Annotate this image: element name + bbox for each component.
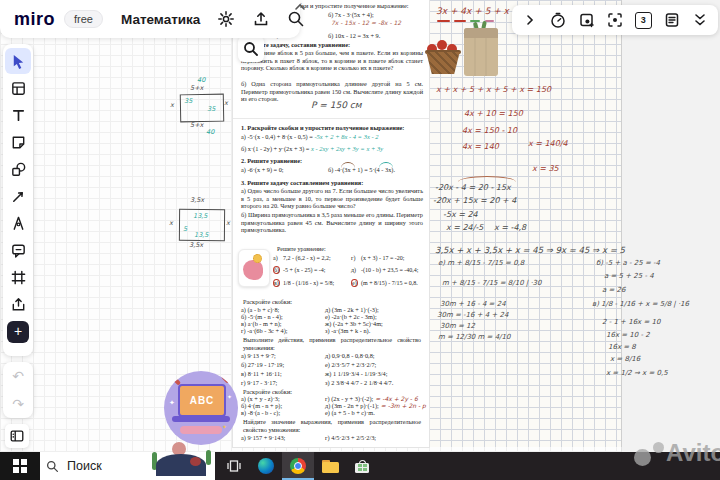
thinking-head-sticker[interactable] [238,249,270,287]
board-title[interactable]: Математика [121,12,200,27]
focus-mode-button[interactable] [602,7,628,33]
frames-button[interactable]: 3 [630,7,656,33]
zoom-search-widget[interactable] [238,36,264,62]
avito-logo-dot [634,449,651,466]
worksheet-heading: Решите уравнение: [277,246,326,252]
start-button[interactable] [0,452,40,480]
bag-flap [464,28,498,38]
file-explorer-button[interactable] [314,452,346,480]
edge-icon [258,458,274,474]
sticky-note-tool[interactable] [5,129,31,155]
store-app-button[interactable] [346,452,378,480]
worksheet-row: в)1/8 - (1/16 - x) = 5/8; е)(m + 8/15) -… [273,280,427,286]
worksheet-heading: 3. Решите задачу составлением уравнения: [241,179,363,186]
layers-panel-button[interactable] [5,424,29,448]
handwritten-equation: 3,5x + x + 3,5x + x = 45 ⇒ 9x = 45 ⇒ x =… [435,245,625,255]
sticky-note-icon [10,134,27,151]
chrome-app-button[interactable] [282,452,314,480]
handwritten-equation: -5x = 24 [443,210,478,219]
worksheet-image[interactable]: те скобки и упростите полученное выражен… [233,0,429,447]
cursor-icon [10,53,27,70]
settings-button[interactable] [213,6,239,32]
comment-tool[interactable] [5,237,31,263]
board-actions-toolbar: 3 [512,5,718,35]
handwritten-note: 3,5x [189,241,203,249]
handwritten-note: x [170,101,174,109]
handwritten-note: 35 [184,97,192,105]
worksheet-line: б) 7x - 3·(5x + 4); [328,11,374,18]
worksheet-paragraph: а) В корзине яблок в 5 раз больше, чем в… [241,49,423,72]
worksheet-row: г) -a·(6b - 3c + 4);з) -a·(3m + k - n). [241,327,427,334]
plan-badge[interactable]: free [64,10,103,28]
undo-button[interactable]: ↶ [12,369,24,383]
more-tools-button[interactable]: + [7,321,29,343]
pen-tool[interactable] [5,210,31,236]
notes-button[interactable] [659,7,685,33]
select-tool[interactable] [5,48,31,74]
abc-laptop-sticker[interactable]: ✦ ✦ ✦ ABC [164,371,238,445]
handwritten-note: = -4x + 2y - 6 [375,395,417,402]
handwritten-equation: е) m + 8/15 - 7/15 = 0,8 [438,259,524,267]
laptop-screen: ABC [178,384,226,417]
focus-icon [606,11,624,29]
edge-app-button[interactable] [250,452,282,480]
handwritten-equation: 16x = 10 - 2 [606,331,650,339]
app-header: miro free Математика [0,0,300,38]
shapes-tool[interactable] [5,156,31,182]
share-screen-button[interactable] [574,7,600,33]
templates-icon [10,80,27,97]
frames-count-badge: 3 [635,12,652,29]
worksheet-heading: Раскройте скобки: [243,298,292,305]
miro-logo[interactable]: miro [14,9,55,30]
task-view-button[interactable] [218,452,250,480]
chevron-right-icon [525,14,535,26]
templates-tool[interactable] [5,75,31,101]
double-chevron-down-icon [694,13,706,27]
worksheet-heading: 1. Раскройте скобки и упростите полученн… [241,124,404,131]
notes-icon [663,11,681,29]
apple-basket-image[interactable] [423,38,463,76]
worksheet-line: б) -4·(3x + 1) = 5·(4 - 3x). [328,166,395,173]
worksheet-line: б) x·(1 - 2y) + y·(2x + 3) = x - 2xy + 2… [241,145,383,152]
handwritten-equation: 30m + 16 - 4 = 24 [440,300,506,308]
handwritten-equation: 2 - 1 + 16x = 10 [602,318,660,326]
frame-icon [10,269,27,286]
handwritten-equation: 4x + 10 = 150 [464,109,523,118]
comment-icon [10,242,27,259]
handwritten-equation: 4x = 140 [462,142,499,151]
pencil-case [180,426,222,434]
canvas-empty-area[interactable] [621,0,720,452]
basket-body [423,52,463,74]
upload-tool[interactable] [5,291,31,317]
text-tool[interactable] [5,102,31,128]
timer-button[interactable] [545,7,571,33]
handwritten-equation: 30m = 12 [440,322,475,330]
handwritten-note: 40 [206,128,214,136]
frame-tool[interactable] [5,264,31,290]
worksheet-paragraph: б) Ширина прямоугольника в 3,5 раза мень… [241,211,423,234]
worksheet-heading: 2. Решите уравнение: [241,157,302,164]
collapse-header-button[interactable] [292,0,308,13]
export-button[interactable] [248,6,274,32]
handwritten-note: = -3m + 2n - p [381,402,426,409]
layers-panel-icon [9,428,25,444]
handwritten-equation: -20x + 15x = 20 + 4 [433,196,516,205]
handwritten-note: 3,5x [190,196,204,204]
gear-icon [253,254,262,263]
connector-tool[interactable] [5,183,31,209]
handwritten-equation: 30m = -16 + 4 + 24 [437,311,508,319]
head-profile-icon [243,260,263,280]
expand-toolbar-button[interactable] [517,7,543,33]
apple-icon [437,40,447,50]
task-view-icon [226,459,242,473]
screen-share-icon [578,11,596,29]
redo-button[interactable]: ↷ [12,397,24,411]
handwritten-equation: a = 5 + 25 - 4 [604,272,654,280]
person-illustration [146,442,218,480]
chevron-up-icon [294,3,306,11]
handwritten-equation: x + x + 5 + x + 5 + x = 150 [436,85,551,94]
collapse-toolbar-button[interactable] [687,7,713,33]
paper-bag-image[interactable] [464,28,498,76]
screen: те скобки и упростите полученное выражен… [0,0,720,480]
handwritten-equation: x = 8/16 [610,355,640,363]
